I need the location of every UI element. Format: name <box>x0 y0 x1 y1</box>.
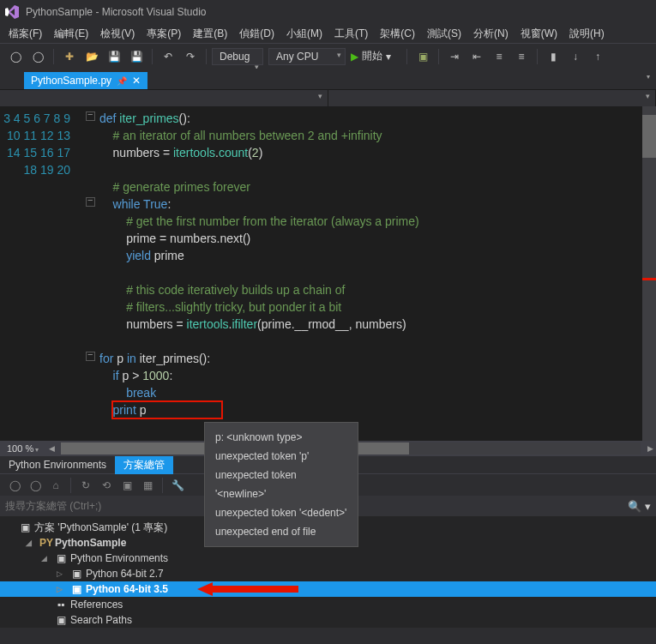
toolbar-icon-4[interactable]: ≡ <box>489 47 509 66</box>
tab-solution-explorer[interactable]: 方案總管 <box>115 456 173 474</box>
document-tab[interactable]: PythonSample.py 📌 ✕ <box>24 72 147 89</box>
toolbar-icon-5[interactable]: ≡ <box>511 47 532 66</box>
vs-logo-icon <box>5 5 19 19</box>
toolbar-icon-1[interactable]: ▣ <box>412 47 433 66</box>
config-dropdown[interactable]: Debug <box>212 48 263 65</box>
start-button[interactable]: ▶ 開始 ▾ <box>347 47 401 65</box>
toolbar-icon-2[interactable]: ⇥ <box>444 47 465 66</box>
collapse-icon[interactable]: ▦ <box>138 477 157 494</box>
tab-python-env[interactable]: Python Environments <box>0 457 115 472</box>
paths-icon: ▣ <box>55 614 67 626</box>
nav-fwd-icon[interactable]: ◯ <box>27 47 48 66</box>
scroll-left-icon[interactable]: ◀ <box>45 444 57 453</box>
save-icon[interactable]: 💾 <box>104 47 124 66</box>
expand-icon[interactable]: ▷ <box>57 569 67 578</box>
document-tab-well: PythonSample.py 📌 ✕ ▾ <box>0 69 656 89</box>
tooltip-line: unexpected end of file <box>215 522 347 541</box>
undo-icon[interactable]: ↶ <box>158 47 178 66</box>
env-27-node[interactable]: ▷ ▣ Python 64-bit 2.7 <box>0 566 656 581</box>
menu-view[interactable]: 檢視(V) <box>95 25 140 43</box>
fold-icon[interactable] <box>86 111 95 121</box>
nav-back-icon[interactable]: ◯ <box>5 477 24 494</box>
nav-back-icon[interactable]: ◯ <box>5 47 26 66</box>
nav-fwd-icon[interactable]: ◯ <box>26 477 45 494</box>
menu-edit[interactable]: 編輯(E) <box>49 25 93 43</box>
properties-icon[interactable]: 🔧 <box>168 477 187 494</box>
save-all-icon[interactable]: 💾 <box>126 47 147 66</box>
main-toolbar: ◯ ◯ ✚ 📂 💾 💾 ↶ ↷ Debug Any CPU ▶ 開始 ▾ ▣ ⇥… <box>0 43 656 69</box>
toolbar-icon-3[interactable]: ⇤ <box>466 47 487 66</box>
refs-node[interactable]: ▪▪ References <box>0 597 656 612</box>
python-icon: ▣ <box>70 583 82 595</box>
platform-dropdown[interactable]: Any CPU <box>268 48 346 65</box>
tooltip-line: p: <unknown type> <box>215 428 347 447</box>
envs-node[interactable]: ◢ ▣ Python Environments <box>0 551 656 566</box>
titlebar: PythonSample - Microsoft Visual Studio <box>0 0 656 24</box>
new-item-icon[interactable]: ✚ <box>59 47 80 66</box>
window-title: PythonSample - Microsoft Visual Studio <box>26 6 207 18</box>
fold-gutter[interactable] <box>86 106 99 441</box>
toolbar-icon-6[interactable]: ↓ <box>565 47 586 66</box>
tab-overflow-icon[interactable]: ▾ <box>642 69 654 89</box>
error-highlight <box>111 400 223 419</box>
code-editor[interactable]: 3 4 5 6 7 8 9 10 11 12 13 14 15 16 17 18… <box>0 106 656 441</box>
error-marker[interactable] <box>642 278 656 280</box>
navigation-bar <box>0 89 656 106</box>
vertical-scrollbar[interactable] <box>642 106 656 441</box>
menu-help[interactable]: 說明(H) <box>564 25 610 43</box>
fold-icon[interactable] <box>86 197 95 207</box>
toolbar-icon-7[interactable]: ↑ <box>587 47 608 66</box>
code-content[interactable]: def iter_primes(): # an iterator of all … <box>99 106 656 441</box>
menu-analyze[interactable]: 分析(N) <box>468 25 514 43</box>
show-all-icon[interactable]: ▣ <box>117 477 136 494</box>
line-numbers: 3 4 5 6 7 8 9 10 11 12 13 14 15 16 17 18… <box>0 106 86 441</box>
menu-bar: 檔案(F) 編輯(E) 檢視(V) 專案(P) 建置(B) 偵錯(D) 小組(M… <box>0 24 656 43</box>
redo-icon[interactable]: ↷ <box>180 47 201 66</box>
play-icon: ▶ <box>351 51 358 63</box>
paths-node[interactable]: ▣ Search Paths <box>0 612 656 628</box>
tooltip-line: unexpected token 'p' <box>215 447 347 466</box>
tooltip-line: unexpected token '<dedent>' <box>215 503 347 522</box>
menu-team[interactable]: 小組(M) <box>281 25 328 43</box>
menu-test[interactable]: 測試(S) <box>422 25 466 43</box>
expand-icon[interactable]: ▷ <box>57 585 67 593</box>
sync-icon[interactable]: ⟲ <box>97 477 116 494</box>
search-icon[interactable]: 🔍 ▾ <box>628 500 651 513</box>
error-tooltip: p: <unknown type> unexpected token 'p' u… <box>204 422 358 547</box>
menu-window[interactable]: 視窗(W) <box>515 25 563 43</box>
pin-icon[interactable]: 📌 <box>117 76 127 86</box>
python-icon: ▣ <box>70 568 82 580</box>
refs-icon: ▪▪ <box>55 599 67 611</box>
env-35-node[interactable]: ▷ ▣ Python 64-bit 3.5 <box>0 581 656 597</box>
fold-icon[interactable] <box>86 352 95 361</box>
menu-tools[interactable]: 工具(T) <box>329 25 373 43</box>
menu-build[interactable]: 建置(B) <box>188 25 232 43</box>
scope-dropdown[interactable] <box>0 90 328 106</box>
zoom-dropdown[interactable]: 100 % <box>0 443 45 454</box>
project-icon: PY <box>39 537 51 549</box>
bookmark-icon[interactable]: ▮ <box>543 47 563 66</box>
close-tab-icon[interactable]: ✕ <box>132 75 141 87</box>
home-icon[interactable]: ⌂ <box>46 477 65 494</box>
refresh-icon[interactable]: ↻ <box>76 477 95 494</box>
menu-debug[interactable]: 偵錯(D) <box>234 25 280 43</box>
open-icon[interactable]: 📂 <box>81 47 102 66</box>
folder-icon: ▣ <box>55 552 67 564</box>
solution-icon: ▣ <box>19 521 31 533</box>
start-label: 開始 <box>362 49 382 63</box>
tooltip-line: unexpected token '<newline>' <box>215 466 347 503</box>
expand-icon[interactable]: ◢ <box>26 539 36 547</box>
menu-arch[interactable]: 架構(C) <box>375 25 420 43</box>
member-dropdown[interactable] <box>328 90 657 106</box>
menu-project[interactable]: 專案(P) <box>141 25 186 43</box>
scroll-right-icon[interactable]: ▶ <box>644 444 656 453</box>
menu-file[interactable]: 檔案(F) <box>3 25 47 43</box>
tab-title: PythonSample.py <box>31 75 111 87</box>
expand-icon[interactable]: ◢ <box>41 554 51 563</box>
